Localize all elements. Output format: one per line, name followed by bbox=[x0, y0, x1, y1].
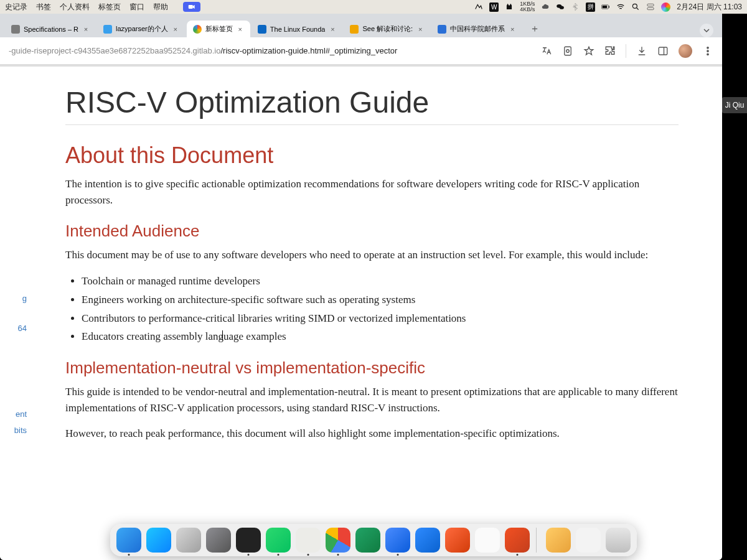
paragraph: However, to reach peak performance, this… bbox=[65, 426, 679, 442]
paragraph: The intention is to give specific action… bbox=[65, 176, 679, 209]
screen-record-pill[interactable] bbox=[183, 2, 200, 12]
favicon-icon bbox=[350, 25, 359, 34]
close-icon[interactable]: × bbox=[237, 26, 244, 33]
close-icon[interactable]: × bbox=[329, 26, 336, 33]
extensions-icon[interactable] bbox=[604, 45, 616, 57]
dock-app-terminal[interactable] bbox=[236, 528, 261, 553]
install-pwa-icon[interactable] bbox=[562, 45, 573, 57]
dock-separator bbox=[536, 528, 540, 553]
menubar-left: 史记录 书签 个人资料 标签页 窗口 帮助 bbox=[5, 2, 207, 12]
sidepanel-icon[interactable] bbox=[657, 45, 669, 57]
tab-title: The Linux Founda bbox=[270, 26, 326, 33]
doc-body: RISC-V Optimization Guide About this Doc… bbox=[27, 67, 722, 560]
close-icon[interactable]: × bbox=[509, 26, 516, 33]
wifi-icon[interactable] bbox=[616, 2, 625, 11]
new-tab-button[interactable]: ＋ bbox=[526, 20, 543, 37]
stats-icon[interactable] bbox=[474, 2, 483, 11]
tab-4[interactable]: The Linux Founda × bbox=[251, 21, 343, 37]
profile-avatar[interactable] bbox=[679, 44, 692, 58]
tablist-dropdown[interactable] bbox=[700, 24, 713, 37]
dock-app-tencent-meeting[interactable] bbox=[415, 528, 440, 553]
browser-toolbar: -guide-riseproject-c94355ae3e6872252baa9… bbox=[0, 37, 722, 65]
clock[interactable]: 2月24日 周六 11:03 bbox=[677, 2, 742, 12]
dock-app-wechat[interactable] bbox=[266, 528, 291, 553]
close-icon[interactable]: × bbox=[82, 26, 90, 33]
toc-fragment[interactable]: g bbox=[0, 291, 27, 307]
kebab-menu-icon[interactable] bbox=[702, 45, 713, 57]
tab-1[interactable]: Specifications – R × bbox=[5, 21, 96, 37]
chevron-down-icon bbox=[703, 27, 710, 34]
favicon-icon bbox=[438, 25, 446, 34]
svg-rect-7 bbox=[647, 4, 654, 6]
camera-icon bbox=[187, 2, 196, 11]
cloud-icon[interactable] bbox=[541, 2, 550, 11]
menu-tabs[interactable]: 标签页 bbox=[98, 2, 121, 12]
dock-app-launchpad[interactable] bbox=[176, 528, 201, 553]
dock-app-settings[interactable] bbox=[206, 528, 231, 553]
siri-icon[interactable] bbox=[661, 2, 670, 12]
dock-app-chrome[interactable] bbox=[326, 528, 350, 553]
list-item: Educators creating assembly language exa… bbox=[82, 327, 679, 346]
close-icon[interactable]: × bbox=[172, 26, 179, 33]
dock-app-zoom[interactable] bbox=[385, 528, 410, 553]
star-icon[interactable] bbox=[583, 45, 594, 57]
tab-2[interactable]: lazyparser的个人 × bbox=[97, 21, 186, 37]
toc-fragment[interactable]: ent bbox=[0, 406, 27, 422]
list-item: Contributors to performance-critical lib… bbox=[82, 309, 679, 328]
svg-rect-4 bbox=[603, 6, 608, 8]
dock-app-finder[interactable] bbox=[116, 528, 141, 553]
side-badge[interactable]: Ji Qiu bbox=[722, 97, 747, 113]
svg-point-13 bbox=[707, 50, 708, 51]
downloads-icon[interactable] bbox=[636, 45, 647, 57]
bluetooth-off-icon[interactable] bbox=[571, 2, 580, 11]
tab-title: lazyparser的个人 bbox=[116, 24, 168, 34]
toolbar-actions bbox=[541, 44, 713, 58]
paragraph: This guide is intended to be vendor-neut… bbox=[65, 384, 679, 417]
toc-fragment[interactable]: 64 bbox=[0, 320, 27, 337]
w-tray-icon[interactable]: W bbox=[489, 2, 499, 12]
tab-6[interactable]: 中国科学院邮件系 × bbox=[431, 21, 522, 37]
dock-app-wps[interactable] bbox=[445, 528, 470, 553]
menu-window[interactable]: 窗口 bbox=[129, 2, 144, 12]
tab-3-active[interactable]: 新标签页 × bbox=[187, 21, 250, 37]
address-bar[interactable]: -guide-riseproject-c94355ae3e6872252baa9… bbox=[9, 46, 541, 55]
spotlight-icon[interactable] bbox=[631, 2, 640, 11]
wechat-tray-icon[interactable] bbox=[556, 2, 565, 11]
menu-profile[interactable]: 个人资料 bbox=[60, 2, 90, 12]
page-viewport[interactable]: g 64 ent bits RISC-V Optimization Guide … bbox=[0, 67, 722, 560]
heading-audience: Intended Audience bbox=[65, 222, 679, 241]
dock-app-file[interactable] bbox=[576, 528, 601, 553]
input-method-icon[interactable]: 拼 bbox=[586, 2, 595, 12]
menu-help[interactable]: 帮助 bbox=[153, 2, 168, 12]
cat-icon[interactable] bbox=[505, 2, 514, 11]
heading-impl: Implementation-neutral vs implementation… bbox=[65, 358, 679, 378]
translate-icon[interactable] bbox=[541, 45, 552, 57]
favicon-icon bbox=[11, 25, 20, 34]
mac-menubar: 史记录 书签 个人资料 标签页 窗口 帮助 W 1KB/s 4KB/s 拼 2月… bbox=[0, 0, 747, 14]
tab-strip: Specifications – R × lazyparser的个人 × 新标签… bbox=[0, 14, 722, 37]
dock-app-excel[interactable] bbox=[355, 528, 380, 553]
dock-app-folder[interactable] bbox=[546, 528, 571, 553]
url-domain: -guide-riseproject-c94355ae3e6872252baa9… bbox=[9, 46, 220, 55]
dock-app-textedit[interactable] bbox=[475, 528, 500, 553]
dock-app-slack[interactable] bbox=[296, 528, 321, 553]
control-center-icon[interactable] bbox=[646, 2, 655, 11]
dock-app-app-store[interactable] bbox=[146, 528, 171, 553]
svg-point-6 bbox=[633, 4, 637, 8]
svg-rect-5 bbox=[609, 6, 609, 7]
url-path: /riscv-optimization-guide.html#_optimizi… bbox=[220, 46, 397, 55]
close-icon[interactable]: × bbox=[416, 26, 424, 33]
tab-title: 中国科学院邮件系 bbox=[450, 24, 505, 34]
paragraph: This document may be of use to any softw… bbox=[65, 247, 679, 263]
dock-app-powerpoint[interactable] bbox=[505, 528, 530, 553]
tab-5[interactable]: See 解读和讨论: × bbox=[344, 21, 430, 37]
battery-icon[interactable] bbox=[601, 2, 610, 11]
menu-history[interactable]: 史记录 bbox=[5, 2, 27, 12]
svg-rect-0 bbox=[189, 5, 193, 9]
toc-sidebar[interactable]: g 64 ent bits bbox=[0, 67, 27, 560]
dock-app-trash[interactable] bbox=[606, 528, 631, 553]
net-speed: 1KB/s 4KB/s bbox=[520, 1, 535, 12]
toc-fragment[interactable]: bits bbox=[0, 422, 27, 439]
menu-bookmarks[interactable]: 书签 bbox=[36, 2, 51, 12]
favicon-icon bbox=[103, 25, 112, 34]
